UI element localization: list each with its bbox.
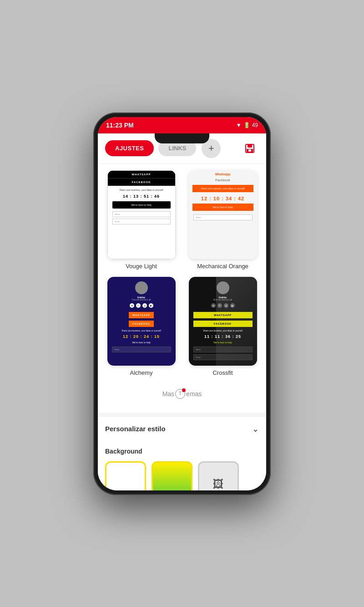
theme-card-crossfit[interactable]: linkbe One link that fits it all ⊕ f ◎ ▶… <box>186 277 260 376</box>
al-ig-icon: ◎ <box>142 303 147 308</box>
al-text: Share your business, your ideas or yours… <box>118 328 165 333</box>
themes-section: WHATSAPP FACEBOOK Share your business, y… <box>98 164 266 380</box>
cf-countdown: 11 : 11 : 36 : 25 <box>202 333 243 340</box>
mas-temas-section: Mas T emas <box>98 380 266 413</box>
mo-whatsapp: Whatsapp <box>189 170 257 177</box>
crossfit-label: Crossfit <box>212 369 233 376</box>
al-fb-icon: f <box>136 303 141 308</box>
mechanical-label: Mechanical Orange <box>197 263 248 270</box>
notch <box>155 133 209 143</box>
al-countdown: 12 : 20 : 24 : 15 <box>121 333 162 340</box>
theme-card-alchemy[interactable]: linkbe One link that fits it all ⊕ f ◎ ▶… <box>104 277 178 376</box>
battery-level: 49 <box>252 122 258 128</box>
cf-tagline-sub: One link that fits it all <box>213 299 233 301</box>
personalizar-title: Personalizar estilo <box>105 425 166 433</box>
chevron-down-icon: ⌄ <box>252 424 259 434</box>
cf-fb-icon: f <box>217 303 222 308</box>
bg-option-gradient[interactable] <box>152 461 192 490</box>
theme-card-mechanical[interactable]: Whatsapp Facebook Share your business, y… <box>186 170 260 270</box>
cf-content: linkbe One link that fits it all ⊕ f ◎ ▶… <box>189 277 257 361</box>
personalizar-section: Personalizar estilo ⌄ <box>98 416 266 441</box>
al-facebook-btn: FACEBOOK <box>129 321 154 327</box>
save-icon <box>244 143 255 154</box>
al-cta: We're here to help <box>130 340 152 345</box>
vouge-label: Vouge Light <box>126 263 157 270</box>
alchemy-label: Alchemy <box>130 369 153 376</box>
crossfit-preview: linkbe One link that fits it all ⊕ f ◎ ▶… <box>189 277 257 366</box>
vl-email-field: Email <box>112 219 171 224</box>
cf-yt-icon: ▶ <box>230 303 235 308</box>
mechanical-preview: Whatsapp Facebook Share your business, y… <box>189 170 257 259</box>
cf-social-icons: ⊕ f ◎ ▶ <box>211 303 235 308</box>
al-name-field: Name <box>112 347 171 352</box>
personalizar-header[interactable]: Personalizar estilo ⌄ <box>105 424 259 434</box>
cf-cta: We're here to help <box>212 340 234 345</box>
cf-whatsapp-icon: ⊕ <box>211 303 216 308</box>
bg-options: 🖼 <box>105 461 259 490</box>
al-whatsapp-icon: ⊕ <box>130 303 134 308</box>
vl-facebook: FACEBOOK <box>108 178 175 186</box>
ajustes-button[interactable]: AJUSTES <box>105 140 154 156</box>
vl-countdown: 14 : 13 : 51 : 46 <box>108 193 175 201</box>
status-time: 11:23 PM <box>106 122 134 129</box>
cf-whatsapp-btn: WHATSAPP <box>193 312 253 318</box>
mas-temas-button[interactable]: Mas T emas <box>162 389 202 399</box>
al-whatsapp-btn: WHATSAPP <box>129 312 154 318</box>
mas-temas-text-right: emas <box>186 390 202 398</box>
bg-option-white[interactable] <box>105 461 146 490</box>
phone-screen: 11:23 PM ▼ 🔋 49 AJUSTES LINKS + <box>98 117 266 490</box>
al-avatar <box>135 281 148 294</box>
vl-cta: We're here to help <box>112 201 171 209</box>
al-social-icons: ⊕ f ◎ ▶ <box>130 303 153 308</box>
vl-name-field: Name <box>112 211 171 217</box>
theme-card-vouge[interactable]: WHATSAPP FACEBOOK Share your business, y… <box>104 170 178 270</box>
plus-icon: + <box>208 143 214 154</box>
image-upload-icon: 🖼 <box>213 478 224 490</box>
bg-option-image[interactable]: 🖼 <box>198 461 239 490</box>
background-section: Background 🖼 <box>98 441 266 490</box>
signal-icon: ▼ <box>236 122 242 128</box>
cf-text: Share your business, your ideas or yours… <box>199 328 246 333</box>
app-content[interactable]: AJUSTES LINKS + <box>98 133 266 490</box>
status-bar: 11:23 PM ▼ 🔋 49 <box>98 117 266 133</box>
themes-grid: WHATSAPP FACEBOOK Share your business, y… <box>104 170 260 376</box>
cf-avatar <box>217 281 229 294</box>
cf-email-field: Email <box>193 354 253 360</box>
al-tagline-sub: One link that fits it all <box>132 299 151 301</box>
cf-ig-icon: ◎ <box>224 303 228 308</box>
svg-rect-3 <box>248 149 251 152</box>
status-icons: ▼ 🔋 49 <box>236 122 258 128</box>
mo-facebook: Facebook <box>189 177 257 183</box>
svg-rect-1 <box>248 144 252 148</box>
alchemy-preview: linkbe One link that fits it all ⊕ f ◎ ▶… <box>107 277 176 366</box>
background-label: Background <box>105 448 259 455</box>
al-yt-icon: ▶ <box>149 303 153 308</box>
vl-whatsapp: WHATSAPP <box>108 171 175 178</box>
mo-cta: We're here to help <box>192 204 253 211</box>
mo-tagline: Share your business, your ideas or yours… <box>192 185 253 192</box>
mo-countdown: 12 : 10 : 34 : 42 <box>189 194 257 202</box>
mas-temas-circle-icon: T <box>175 389 185 399</box>
vl-tagline: Share your business, your ideas or yours… <box>108 186 175 193</box>
vouge-preview: WHATSAPP FACEBOOK Share your business, y… <box>107 170 176 259</box>
cf-name-field: Name <box>193 347 253 352</box>
phone-frame: 11:23 PM ▼ 🔋 49 AJUSTES LINKS + <box>93 112 271 495</box>
save-button[interactable] <box>241 139 259 158</box>
mas-temas-text-left: Mas <box>162 390 174 398</box>
mo-name-field: Name <box>193 214 253 220</box>
cf-facebook-btn: FACEBOOK <box>193 321 253 327</box>
battery-icon: 🔋 <box>243 122 250 128</box>
